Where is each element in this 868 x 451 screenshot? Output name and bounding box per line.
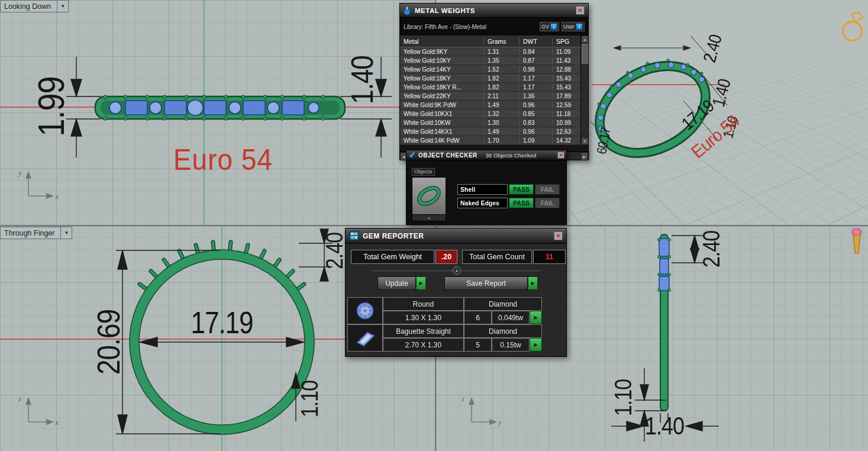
gem-type: Diamond: [464, 324, 542, 338]
table-row[interactable]: Yellow Gold:14KY 1.52 0.98 12.88: [400, 65, 588, 74]
gem-shape: Baguette Straight: [383, 324, 464, 338]
axis-gizmo: [26, 172, 53, 198]
cell-spg: 11.43: [553, 57, 581, 64]
axis-label-z: z: [18, 394, 21, 404]
cell-dwt: 0.85: [519, 111, 553, 117]
cell-spg: 10.99: [553, 120, 581, 126]
gem-row-apply-button[interactable]: ▶: [530, 311, 542, 324]
check-row-naked-edges: Naked Edges PASS FAIL: [457, 198, 560, 208]
cad-workspace: 1.99 1.40 Euro 54 y x Looking Down ▼: [0, 0, 868, 451]
viewport-menu-dropdown-icon[interactable]: ▼: [57, 0, 69, 12]
gv-info-icon: i: [550, 23, 557, 30]
round-gem-icon: [347, 297, 383, 324]
table-row[interactable]: Yellow Gold:18KY 1.82 1.17 15.43: [400, 74, 588, 83]
viewport-divider-horizontal[interactable]: [0, 225, 868, 226]
naked-edges-pass-button[interactable]: PASS: [509, 198, 534, 208]
collapse-button[interactable]: ▲: [453, 266, 461, 275]
jewelry-wizard-icon[interactable]: [850, 227, 864, 258]
dim-band-width: 1.40: [347, 56, 377, 104]
gem-total-weight: 0.049tw: [492, 311, 530, 324]
cell-dwt: 0.84: [519, 49, 553, 55]
save-report-go-icon: ▶: [528, 276, 538, 290]
library-bar: Library: Fifth Ave - (Slow)-Metal GV i U…: [400, 18, 588, 36]
user-info-icon: i: [576, 23, 583, 30]
gem-reporter-titlebar[interactable]: GEM REPORTER ✕: [346, 228, 566, 244]
naked-edges-fail-button[interactable]: FAIL: [535, 198, 560, 208]
metal-weights-icon: [402, 6, 412, 15]
cell-metal: White Gold:14KX1: [400, 128, 484, 135]
axis-label-y: y: [498, 418, 502, 427]
gv-button[interactable]: GV i: [540, 22, 559, 31]
table-row[interactable]: White Gold:14K PdW 1.70 1.09 14.32: [400, 136, 588, 145]
table-row[interactable]: White Gold:14KX1 1.49 0.96 12.63: [400, 127, 588, 136]
viewport-title-label[interactable]: Looking Down: [0, 0, 57, 12]
scroll-right-icon[interactable]: ▶: [580, 152, 588, 160]
ring-tool-icon[interactable]: [840, 9, 867, 46]
axis-label-z: z: [462, 394, 464, 404]
object-checker-titlebar[interactable]: OBJECT CHECKER 36 Objects Checked ✕: [406, 150, 566, 160]
table-row[interactable]: Yellow Gold:18KY R... 1.82 1.17 15.43: [400, 83, 588, 92]
user-button[interactable]: User i: [562, 22, 585, 31]
gem-reporter-close-icon[interactable]: ✕: [554, 231, 563, 240]
object-checker-close-icon[interactable]: ✕: [557, 152, 564, 159]
dim-head-height: 2.40: [322, 233, 346, 269]
gem-type: Diamond: [464, 297, 542, 311]
viewport-title-through-finger[interactable]: Through Finger ▼: [0, 227, 72, 239]
table-row[interactable]: Yellow Gold:9KY 1.31 0.84 11.09: [400, 47, 588, 56]
save-report-button[interactable]: Save Report ▶: [444, 276, 538, 290]
gv-button-label: GV: [541, 24, 549, 30]
update-button[interactable]: Update ▶: [377, 276, 426, 290]
cell-metal: Yellow Gold:10KY: [400, 57, 484, 64]
dim-band-thickness-side: 1.10: [611, 379, 635, 416]
library-label: Library: Fifth Ave - (Slow)-Metal: [404, 24, 537, 30]
cell-spg: 14.32: [553, 137, 581, 144]
dim-head-height-side: 2.40: [699, 231, 723, 268]
thumbnail-scroll-up-icon[interactable]: ▲: [412, 215, 446, 221]
gem-shape: Round: [383, 297, 464, 311]
cell-grams: 2.11: [484, 93, 519, 99]
table-row[interactable]: White Gold:10KW 1.30 0.83 10.99: [400, 118, 588, 127]
objects-label: Objects: [412, 168, 435, 176]
object-thumbnail[interactable]: [412, 177, 446, 215]
col-metal[interactable]: Metal: [400, 38, 484, 45]
shell-pass-button[interactable]: PASS: [509, 184, 534, 195]
cell-dwt: 1.17: [519, 84, 553, 91]
cell-grams: 1.31: [484, 49, 519, 55]
cell-dwt: 0.83: [519, 120, 553, 126]
cell-spg: 15.43: [553, 84, 581, 91]
scroll-up-icon[interactable]: ▲: [581, 36, 588, 43]
save-report-button-label: Save Report: [444, 276, 528, 290]
total-gem-weight-label: Total Gem Weight: [351, 250, 434, 264]
viewport-title-looking-down[interactable]: Looking Down ▼: [0, 0, 69, 12]
dim-profile-height: 1.99: [32, 76, 70, 136]
scrollbar-thumb[interactable]: [582, 44, 588, 64]
vertical-scrollbar[interactable]: ▲ ▼: [580, 36, 588, 145]
cell-metal: Yellow Gold:9KY: [400, 49, 484, 55]
table-row[interactable]: Yellow Gold:10KY 1.35 0.87 11.43: [400, 56, 588, 65]
cell-grams: 1.52: [484, 66, 519, 73]
check-name: Shell: [457, 184, 508, 195]
cell-grams: 1.70: [484, 137, 519, 144]
cell-spg: 12.59: [553, 102, 581, 108]
viewport-menu-dropdown-icon[interactable]: ▼: [61, 227, 72, 239]
axis-gizmo: [26, 398, 53, 424]
col-spg[interactable]: SPG: [553, 38, 581, 45]
cell-grams: 1.82: [484, 75, 519, 82]
viewport-title-label[interactable]: Through Finger: [0, 227, 61, 239]
col-grams[interactable]: Grams: [484, 38, 519, 45]
shell-fail-button[interactable]: FAIL: [535, 184, 560, 195]
metal-weights-titlebar[interactable]: METAL WEIGHTS ✕: [400, 4, 588, 18]
cell-grams: 1.32: [484, 111, 519, 117]
viewport-looking-down[interactable]: 1.99 1.40 Euro 54 y x Looking Down ▼: [0, 0, 435, 225]
table-row[interactable]: Yellow Gold:22KY 2.11 1.36 17.89: [400, 92, 588, 101]
table-header[interactable]: Metal Grams DWT SPG: [400, 36, 588, 47]
scroll-down-icon[interactable]: ▼: [581, 137, 588, 145]
metal-weights-close-icon[interactable]: ✕: [576, 6, 585, 15]
table-row[interactable]: White Gold:10KX1 1.32 0.85 11.18: [400, 109, 588, 118]
table-row[interactable]: White Gold:9K PdW 1.49 0.96 12.59: [400, 101, 588, 109]
gem-row-apply-button[interactable]: ▶: [530, 338, 542, 352]
col-dwt[interactable]: DWT: [519, 38, 553, 45]
update-button-label: Update: [377, 276, 416, 290]
cell-dwt: 0.96: [519, 128, 553, 135]
axis-gizmo: [469, 398, 496, 424]
